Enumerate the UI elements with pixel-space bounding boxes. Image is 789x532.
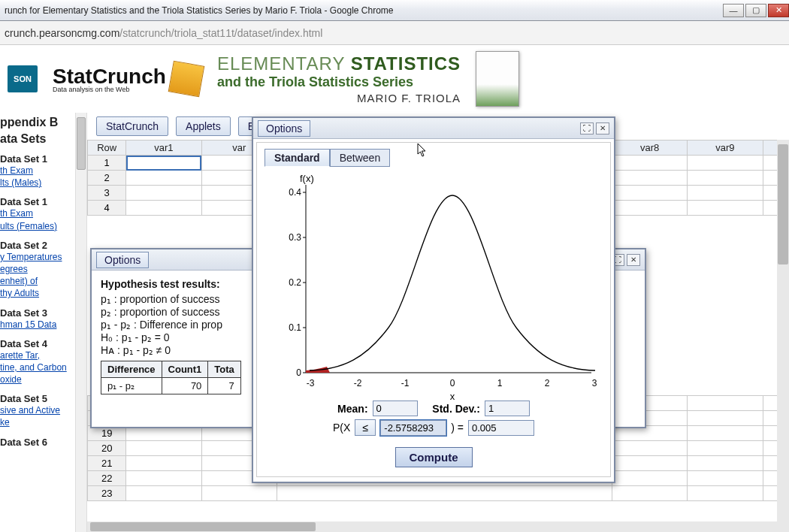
svg-text:-1: -1: [401, 378, 410, 388]
svg-text:0.3: 0.3: [289, 232, 301, 243]
row-header[interactable]: 1: [88, 156, 126, 171]
svg-text:0.4: 0.4: [289, 187, 301, 198]
probability-input[interactable]: [468, 420, 534, 436]
options-button[interactable]: Options: [96, 252, 149, 268]
col-var1[interactable]: var1: [126, 141, 201, 156]
dataset-link[interactable]: th Exam: [0, 165, 75, 177]
comparison-operator-button[interactable]: ≤: [355, 419, 376, 436]
dataset-link[interactable]: tine, and Carbon: [0, 361, 75, 373]
close-icon[interactable]: ✕: [596, 122, 609, 135]
svg-text:0.2: 0.2: [289, 277, 301, 288]
cell[interactable]: [612, 186, 687, 201]
svg-text:2: 2: [545, 378, 550, 388]
cell[interactable]: [126, 471, 201, 486]
row-header[interactable]: 3: [88, 186, 126, 201]
normal-calculator-dialog[interactable]: Options ⛶ ✕ Standard Between 0 0.1: [252, 116, 615, 483]
mean-input[interactable]: [373, 401, 418, 416]
cell[interactable]: [688, 486, 763, 501]
dialog-header[interactable]: Options ⛶ ✕: [253, 118, 614, 139]
close-icon[interactable]: ✕: [627, 254, 640, 266]
compute-button[interactable]: Compute: [395, 447, 473, 467]
row-header[interactable]: 2: [88, 171, 126, 186]
cell[interactable]: [612, 171, 687, 186]
dataset-link[interactable]: ke: [0, 416, 75, 428]
dataset-title: Data Set 1: [0, 196, 75, 207]
row-header[interactable]: 21: [88, 456, 126, 471]
dataset-title: Data Set 6: [0, 437, 75, 448]
tab-standard[interactable]: Standard: [265, 149, 330, 167]
dataset-link[interactable]: ults (Females): [0, 220, 75, 232]
row-header[interactable]: 4: [88, 201, 126, 216]
col-var8[interactable]: var8: [612, 141, 687, 156]
td-diff: p₁ - p₂: [101, 378, 162, 394]
cell[interactable]: [277, 486, 612, 501]
cell[interactable]: [612, 156, 687, 171]
minimize-button[interactable]: —: [723, 4, 744, 17]
dataset-link[interactable]: lts (Males): [0, 177, 75, 189]
cell[interactable]: [612, 456, 687, 471]
tab-between[interactable]: Between: [330, 149, 390, 167]
dataset-link[interactable]: thy Adults: [0, 287, 75, 299]
dataset-link[interactable]: enheit) of: [0, 275, 75, 287]
cell[interactable]: [688, 201, 763, 216]
cell[interactable]: [612, 201, 687, 216]
vertical-scrollbar[interactable]: [777, 140, 789, 532]
cell[interactable]: [126, 201, 201, 216]
px-prefix: P(X: [333, 422, 350, 434]
menu-applets[interactable]: Applets: [176, 116, 231, 136]
cell[interactable]: [201, 486, 277, 501]
close-button[interactable]: ✕: [768, 4, 789, 17]
cell[interactable]: [688, 426, 763, 441]
menu-statcrunch[interactable]: StatCrunch: [96, 116, 168, 136]
dataset-link[interactable]: th Exam: [0, 207, 75, 219]
col-row[interactable]: Row: [88, 141, 126, 156]
cell[interactable]: [612, 486, 687, 501]
sidebar-heading-2: ata Sets: [0, 132, 75, 146]
row-header[interactable]: 22: [88, 471, 126, 486]
row-header[interactable]: 23: [88, 486, 126, 501]
cell[interactable]: [688, 171, 763, 186]
svg-text:3: 3: [592, 378, 597, 388]
cell[interactable]: [612, 471, 687, 486]
cell[interactable]: [688, 396, 763, 411]
dataset-link[interactable]: sive and Active: [0, 404, 75, 416]
dataset-title: Data Set 4: [0, 338, 75, 349]
normal-curve-chart: 0 0.1 0.2 0.3 0.4 -3: [268, 170, 599, 403]
x-value-input[interactable]: [380, 420, 446, 436]
cell[interactable]: [126, 186, 201, 201]
cell[interactable]: [126, 456, 201, 471]
cell[interactable]: [688, 456, 763, 471]
dataset-title: Data Set 3: [0, 307, 75, 319]
scrollbar-thumb[interactable]: [77, 117, 86, 170]
cell[interactable]: [126, 171, 201, 186]
dataset-link[interactable]: arette Tar,: [0, 349, 75, 361]
cell[interactable]: [126, 441, 201, 456]
scrollbar-thumb[interactable]: [778, 144, 788, 264]
horizontal-scrollbar[interactable]: [87, 521, 777, 532]
cell[interactable]: [126, 156, 201, 171]
dataset-link[interactable]: oxide: [0, 373, 75, 385]
th-difference: Difference: [101, 361, 162, 378]
col-var9[interactable]: var9: [688, 141, 763, 156]
cell[interactable]: [688, 186, 763, 201]
cell[interactable]: [688, 471, 763, 486]
row-header[interactable]: 20: [88, 441, 126, 456]
cell[interactable]: [688, 441, 763, 456]
options-button[interactable]: Options: [258, 120, 310, 137]
dataset-link[interactable]: hman 15 Data: [0, 319, 75, 331]
address-bar[interactable]: crunch.pearsoncmg.com/statcrunch/triola_…: [0, 21, 789, 45]
window-titlebar: runch for Elementary Statistics and the …: [0, 0, 789, 21]
scrollbar-thumb[interactable]: [90, 522, 316, 531]
cell[interactable]: [688, 411, 763, 426]
calc-inputs: Mean: Std. Dev.: P(X ≤ ) =: [257, 397, 610, 439]
cell[interactable]: [688, 156, 763, 171]
dataset-link[interactable]: y Temperatures: [0, 251, 75, 263]
maximize-button[interactable]: ▢: [745, 4, 766, 17]
sd-input[interactable]: [485, 401, 530, 416]
dataset-link[interactable]: egrees: [0, 263, 75, 275]
cell[interactable]: [126, 486, 201, 501]
expand-icon[interactable]: ⛶: [580, 122, 594, 135]
sidebar-scrollbar[interactable]: [75, 113, 87, 532]
title-word-a: ELEMENTARY: [217, 53, 351, 74]
cell[interactable]: [612, 441, 687, 456]
